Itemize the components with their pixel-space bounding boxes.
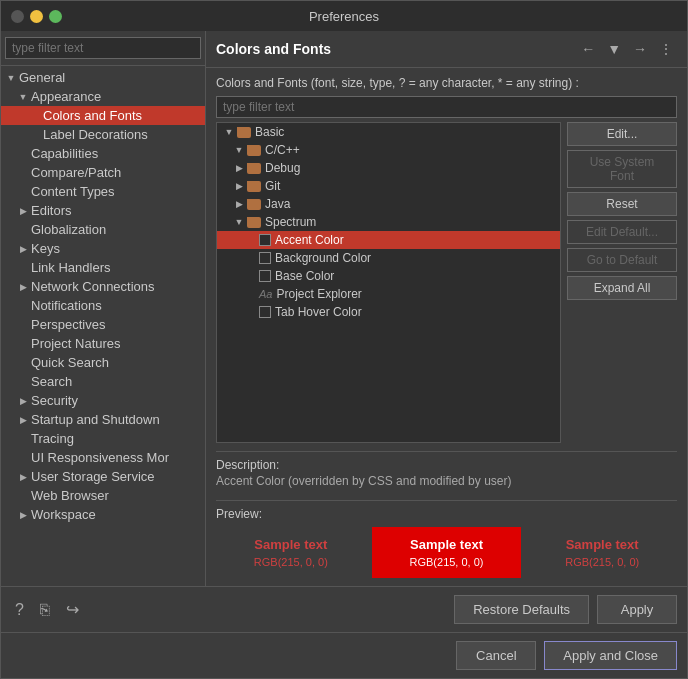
use-system-font-button[interactable]: Use System Font bbox=[567, 150, 677, 188]
filter-wrap bbox=[1, 31, 205, 66]
preview-label-right: Sample text bbox=[566, 537, 639, 552]
minimize-button[interactable] bbox=[30, 10, 43, 23]
caret-icon bbox=[17, 186, 29, 198]
expand-all-button[interactable]: Expand All bbox=[567, 276, 677, 300]
font-tree-item-tab-hover-color[interactable]: Tab Hover Color bbox=[217, 303, 560, 321]
font-tree-item-base-color[interactable]: Base Color bbox=[217, 267, 560, 285]
folder-icon bbox=[237, 127, 251, 138]
font-tree-item-label: Spectrum bbox=[265, 215, 316, 229]
sidebar-item-general[interactable]: General bbox=[1, 68, 205, 87]
sidebar-item-label: Web Browser bbox=[31, 488, 109, 503]
right-buttons: Edit... Use System Font Reset Edit Defau… bbox=[567, 122, 677, 443]
sidebar-item-network-connections[interactable]: Network Connections bbox=[1, 277, 205, 296]
sidebar-tree: GeneralAppearanceColors and FontsLabel D… bbox=[1, 66, 205, 586]
dropdown-button[interactable]: ▼ bbox=[603, 39, 625, 59]
font-tree-item-spectrum[interactable]: Spectrum bbox=[217, 213, 560, 231]
description-heading: Description: bbox=[216, 458, 677, 472]
sidebar-item-label: UI Responsiveness Mor bbox=[31, 450, 169, 465]
sidebar-item-ui-responsiveness[interactable]: UI Responsiveness Mor bbox=[1, 448, 205, 467]
font-tree-wrap: BasicC/C++DebugGitJavaSpectrumAccent Col… bbox=[216, 122, 561, 443]
reset-button[interactable]: Reset bbox=[567, 192, 677, 216]
font-tree-item-label: Basic bbox=[255, 125, 284, 139]
font-tree-item-label: Java bbox=[265, 197, 290, 211]
font-tree-item-debug[interactable]: Debug bbox=[217, 159, 560, 177]
caret-icon bbox=[29, 129, 41, 141]
sidebar-item-editors[interactable]: Editors bbox=[1, 201, 205, 220]
edit-button[interactable]: Edit... bbox=[567, 122, 677, 146]
sidebar-item-search[interactable]: Search bbox=[1, 372, 205, 391]
sidebar-item-label: Content Types bbox=[31, 184, 115, 199]
caret-icon bbox=[245, 306, 257, 318]
help-button[interactable]: ? bbox=[11, 599, 28, 621]
forward-button[interactable]: → bbox=[629, 39, 651, 59]
caret-icon bbox=[233, 144, 245, 156]
apply-and-close-button[interactable]: Apply and Close bbox=[544, 641, 677, 670]
aa-icon: Aa bbox=[259, 288, 272, 300]
sidebar-item-web-browser[interactable]: Web Browser bbox=[1, 486, 205, 505]
sidebar-item-content-types[interactable]: Content Types bbox=[1, 182, 205, 201]
sidebar-item-tracing[interactable]: Tracing bbox=[1, 429, 205, 448]
font-tree-item-project-explorer[interactable]: AaProject Explorer bbox=[217, 285, 560, 303]
sidebar-item-link-handlers[interactable]: Link Handlers bbox=[1, 258, 205, 277]
font-tree-item-git[interactable]: Git bbox=[217, 177, 560, 195]
back-button[interactable]: ← bbox=[577, 39, 599, 59]
font-tree-item-label: Project Explorer bbox=[276, 287, 361, 301]
panel-description: Colors and Fonts (font, size, type, ? = … bbox=[216, 76, 677, 90]
main-content: GeneralAppearanceColors and FontsLabel D… bbox=[1, 31, 687, 586]
go-to-default-button[interactable]: Go to Default bbox=[567, 248, 677, 272]
split-area: BasicC/C++DebugGitJavaSpectrumAccent Col… bbox=[216, 122, 677, 443]
sidebar-item-label-decorations[interactable]: Label Decorations bbox=[1, 125, 205, 144]
restore-defaults-button[interactable]: Restore Defaults bbox=[454, 595, 589, 624]
sidebar-item-label: Security bbox=[31, 393, 78, 408]
sidebar-item-keys[interactable]: Keys bbox=[1, 239, 205, 258]
sidebar-item-workspace[interactable]: Workspace bbox=[1, 505, 205, 524]
font-tree-item-label: Background Color bbox=[275, 251, 371, 265]
export-button[interactable]: ↪ bbox=[62, 598, 83, 621]
bottom-left-icons: ? ⎘ ↪ bbox=[11, 598, 446, 621]
menu-button[interactable]: ⋮ bbox=[655, 39, 677, 59]
checkbox-icon bbox=[259, 252, 271, 264]
font-tree-item-label: Debug bbox=[265, 161, 300, 175]
folder-icon bbox=[247, 163, 261, 174]
caret-icon bbox=[17, 91, 29, 103]
edit-default-button[interactable]: Edit Default... bbox=[567, 220, 677, 244]
caret-icon bbox=[17, 471, 29, 483]
sidebar-item-globalization[interactable]: Globalization bbox=[1, 220, 205, 239]
sidebar-item-appearance[interactable]: Appearance bbox=[1, 87, 205, 106]
description-text: Accent Color (overridden by CSS and modi… bbox=[216, 474, 677, 488]
sidebar-item-startup-shutdown[interactable]: Startup and Shutdown bbox=[1, 410, 205, 429]
font-tree-item-cpp[interactable]: C/C++ bbox=[217, 141, 560, 159]
sidebar-item-user-storage[interactable]: User Storage Service bbox=[1, 467, 205, 486]
close-button[interactable] bbox=[11, 10, 24, 23]
caret-icon bbox=[245, 270, 257, 282]
caret-icon bbox=[223, 126, 235, 138]
sidebar-filter-input[interactable] bbox=[5, 37, 201, 59]
import-button[interactable]: ⎘ bbox=[36, 599, 54, 621]
font-filter-input[interactable] bbox=[216, 96, 677, 118]
maximize-button[interactable] bbox=[49, 10, 62, 23]
font-tree-item-java[interactable]: Java bbox=[217, 195, 560, 213]
window-controls bbox=[11, 10, 62, 23]
font-tree-item-background-color[interactable]: Background Color bbox=[217, 249, 560, 267]
sidebar-item-security[interactable]: Security bbox=[1, 391, 205, 410]
font-tree-item-label: Tab Hover Color bbox=[275, 305, 362, 319]
sidebar-item-project-natures[interactable]: Project Natures bbox=[1, 334, 205, 353]
sidebar-item-label: Quick Search bbox=[31, 355, 109, 370]
font-tree-item-basic[interactable]: Basic bbox=[217, 123, 560, 141]
sidebar-item-label: Network Connections bbox=[31, 279, 155, 294]
caret-icon bbox=[17, 205, 29, 217]
sidebar-item-perspectives[interactable]: Perspectives bbox=[1, 315, 205, 334]
cancel-button[interactable]: Cancel bbox=[456, 641, 536, 670]
caret-icon bbox=[17, 262, 29, 274]
apply-button[interactable]: Apply bbox=[597, 595, 677, 624]
folder-icon bbox=[247, 199, 261, 210]
sidebar-item-colors-and-fonts[interactable]: Colors and Fonts bbox=[1, 106, 205, 125]
panel-title: Colors and Fonts bbox=[216, 41, 573, 57]
sidebar-item-capabilities[interactable]: Capabilities bbox=[1, 144, 205, 163]
font-tree-item-accent-color[interactable]: Accent Color bbox=[217, 231, 560, 249]
sidebar-item-notifications[interactable]: Notifications bbox=[1, 296, 205, 315]
sidebar-item-quick-search[interactable]: Quick Search bbox=[1, 353, 205, 372]
checkbox-icon bbox=[259, 306, 271, 318]
sidebar-item-compare-patch[interactable]: Compare/Patch bbox=[1, 163, 205, 182]
caret-icon bbox=[17, 395, 29, 407]
